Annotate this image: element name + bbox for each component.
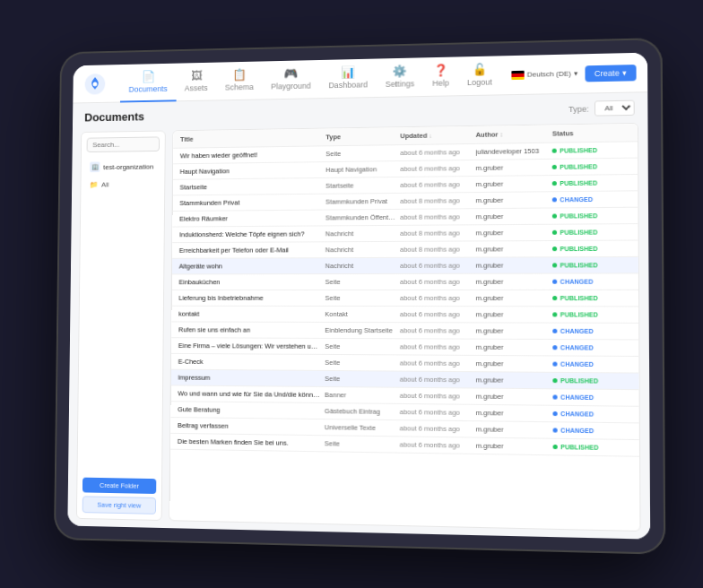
all-label: All	[101, 181, 108, 189]
status-dot	[552, 181, 557, 186]
create-label: Create	[595, 68, 620, 78]
cell-title: kontakt	[178, 310, 325, 318]
language-selector[interactable]: Deutsch (DE) ▾	[511, 69, 577, 80]
status-dot	[553, 345, 558, 350]
page-content: Documents Type: All 🏢 test-organization	[67, 92, 650, 539]
cell-updated: about 6 months ago	[400, 164, 475, 173]
status-dot	[552, 263, 557, 267]
nav-item-help[interactable]: ❓ Help	[423, 56, 458, 97]
search-input[interactable]	[87, 136, 161, 152]
cell-type: Seite	[325, 278, 400, 286]
status-dot	[553, 329, 558, 333]
cell-title: Gute Beratung	[178, 405, 325, 415]
create-folder-button[interactable]: Create Folder	[82, 478, 156, 494]
table-row[interactable]: Rufen sie uns einfach an Einblendung Sta…	[171, 322, 638, 340]
assets-icon: 🖼	[191, 69, 203, 82]
cell-updated: about 6 months ago	[400, 408, 476, 417]
cell-status: CHANGED	[553, 360, 631, 369]
th-updated[interactable]: Updated ↓	[400, 131, 475, 140]
status-badge: PUBLISHED	[552, 311, 597, 317]
cell-status: PUBLISHED	[552, 212, 630, 220]
cell-author: m.gruber	[476, 343, 553, 352]
nav-label-help: Help	[432, 79, 449, 88]
cell-updated: about 6 months ago	[400, 424, 476, 433]
status-dot	[553, 378, 558, 383]
type-filter: Type: All	[568, 100, 635, 117]
th-status: Status	[552, 128, 630, 137]
cell-title: Die besten Marken finden Sie bei uns.	[178, 437, 325, 447]
cell-status: PUBLISHED	[552, 294, 630, 302]
all-item[interactable]: 📁 All	[86, 177, 160, 191]
sort-icon: ↓	[429, 133, 432, 139]
status-badge: CHANGED	[553, 344, 594, 350]
cell-title: Altgeräte wohn	[179, 262, 325, 270]
status-badge: CHANGED	[553, 411, 594, 418]
cell-title: E-Check	[178, 358, 325, 367]
status-dot	[552, 296, 557, 300]
cell-updated: about 6 months ago	[400, 326, 476, 334]
type-select[interactable]: All	[595, 100, 635, 117]
nav-item-settings[interactable]: ⚙️ Settings	[377, 57, 423, 98]
status-dot	[552, 246, 557, 251]
cell-type: Nachricht	[325, 229, 400, 238]
cell-title: Rufen sie uns einfach an	[178, 325, 325, 334]
table-row[interactable]: Einbauküchen Seite about 6 months ago m.…	[172, 273, 638, 290]
nav-item-playground[interactable]: 🎮 Playground	[262, 60, 319, 99]
status-badge: CHANGED	[552, 196, 593, 203]
documents-icon: 📄	[142, 70, 155, 83]
nav-item-logout[interactable]: 🔓 Logout	[458, 56, 501, 96]
cell-updated: about 6 months ago	[400, 148, 475, 157]
chevron-icon: ▾	[622, 68, 627, 77]
table-row[interactable]: Lieferung bis Inbetriebnahme Seite about…	[172, 290, 639, 307]
cell-title: Induktionsherd: Welche Töpfe eignen sich…	[179, 229, 325, 238]
save-right-view-button[interactable]: Save right view	[82, 496, 156, 514]
sidebar: 🏢 test-organization 📁 All Create Folder …	[76, 131, 166, 521]
status-dot	[552, 214, 557, 219]
logo-icon	[83, 72, 108, 96]
sort-author-icon: ↕	[499, 131, 503, 137]
table-row[interactable]: kontakt Kontakt about 6 months ago m.gru…	[171, 307, 638, 324]
cell-title: Haupt Navigation	[180, 166, 326, 176]
cell-type: Nachricht	[325, 262, 400, 270]
cell-title: Beitrag verfassen	[178, 421, 325, 431]
cell-updated: about 6 months ago	[400, 342, 476, 351]
schema-icon: 📋	[232, 68, 247, 82]
cell-author: m.gruber	[476, 261, 553, 269]
cell-author: m.gruber	[476, 294, 553, 302]
cell-updated: about 8 months ago	[400, 212, 475, 221]
cell-status: PUBLISHED	[552, 145, 630, 154]
status-dot	[553, 312, 558, 316]
cell-type: Gästebuch Eintrag	[325, 407, 400, 416]
cell-type: Seite	[325, 359, 400, 368]
cell-author: m.gruber	[476, 245, 553, 253]
nav-item-documents[interactable]: 📄 Documents	[120, 63, 177, 102]
create-button[interactable]: Create ▾	[585, 65, 636, 82]
cell-status: PUBLISHED	[552, 228, 630, 237]
org-icon: 🏢	[90, 161, 100, 172]
cell-type: Kontakt	[325, 310, 399, 318]
nav-item-assets[interactable]: 🖼 Assets	[176, 62, 216, 101]
table-row[interactable]: Erreichbarkeit per Telefon oder E-Mail N…	[172, 241, 638, 259]
org-item[interactable]: 🏢 test-organization	[86, 159, 160, 175]
org-name: test-organization	[103, 162, 153, 170]
nav-item-schema[interactable]: 📋 Schema	[216, 61, 263, 100]
nav-item-dashboard[interactable]: 📊 Dashboard	[319, 58, 376, 99]
status-dot	[553, 428, 558, 432]
th-author[interactable]: Author ↕	[475, 130, 551, 139]
cell-title: Erreichbarkeit per Telefon oder E-Mail	[179, 246, 325, 255]
dashboard-icon: 📊	[341, 65, 355, 79]
cell-title: Wir haben wieder geöffnet!	[180, 150, 326, 160]
status-dot	[553, 445, 558, 449]
cell-title: Einbauküchen	[178, 278, 325, 286]
cell-type: Seite	[325, 149, 400, 158]
status-badge: PUBLISHED	[552, 180, 597, 187]
table-row[interactable]: Altgeräte wohn Nachricht about 6 months …	[172, 257, 638, 274]
cell-updated: about 6 months ago	[400, 310, 476, 318]
language-label: Deutsch (DE)	[527, 70, 571, 79]
status-dot	[553, 411, 558, 416]
cell-updated: about 8 months ago	[400, 196, 475, 205]
nav-label-schema: Schema	[225, 82, 254, 91]
cell-type: Haupt Navigation	[325, 165, 400, 174]
settings-icon: ⚙️	[393, 65, 407, 78]
page-title: Documents	[84, 110, 144, 125]
